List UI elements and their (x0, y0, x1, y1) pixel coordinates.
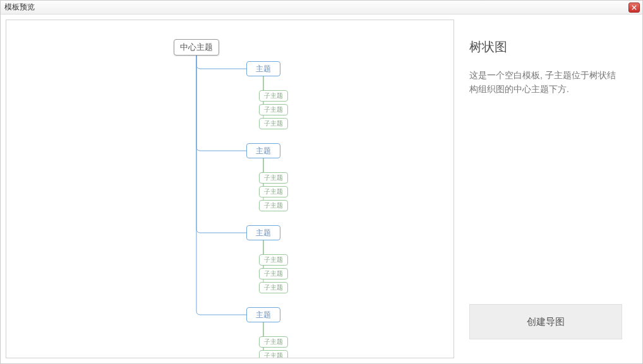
subtopic-node[interactable]: 子主题 (259, 350, 288, 358)
create-map-button[interactable]: 创建导图 (469, 304, 622, 339)
titlebar: 模板预览 (1, 1, 642, 15)
create-map-label: 创建导图 (527, 316, 565, 328)
subtopic-node[interactable]: 子主题 (259, 118, 288, 129)
topic-node[interactable]: 主题 (246, 225, 280, 240)
template-description: 这是一个空白模板, 子主题位于树状结构组织图的中心主题下方. (469, 68, 622, 97)
subtopic-node[interactable]: 子主题 (259, 104, 288, 115)
subtopic-node[interactable]: 子主题 (259, 254, 288, 266)
center-topic-node[interactable]: 中心主题 (174, 39, 219, 56)
subtopic-node[interactable]: 子主题 (259, 268, 288, 279)
subtopic-node[interactable]: 子主题 (259, 200, 288, 211)
connector-lines (6, 20, 454, 358)
topic-node[interactable]: 主题 (246, 61, 280, 76)
topic-node[interactable]: 主题 (246, 307, 280, 322)
preview-pane: 中心主题主题子主题子主题子主题主题子主题子主题子主题主题子主题子主题子主题主题子… (6, 20, 454, 358)
topic-node[interactable]: 主题 (246, 143, 280, 158)
subtopic-node[interactable]: 子主题 (259, 90, 288, 102)
subtopic-node[interactable]: 子主题 (259, 186, 288, 197)
template-title: 树状图 (469, 38, 622, 56)
subtopic-node[interactable]: 子主题 (259, 172, 288, 184)
subtopic-node[interactable]: 子主题 (259, 336, 288, 348)
side-pane: 树状图 这是一个空白模板, 子主题位于树状结构组织图的中心主题下方. 创建导图 (454, 20, 637, 358)
window-title: 模板预览 (4, 2, 35, 13)
close-icon (632, 5, 637, 10)
content: 中心主题主题子主题子主题子主题主题子主题子主题子主题主题子主题子主题子主题主题子… (1, 15, 642, 363)
subtopic-node[interactable]: 子主题 (259, 282, 288, 293)
close-button[interactable] (628, 3, 640, 13)
